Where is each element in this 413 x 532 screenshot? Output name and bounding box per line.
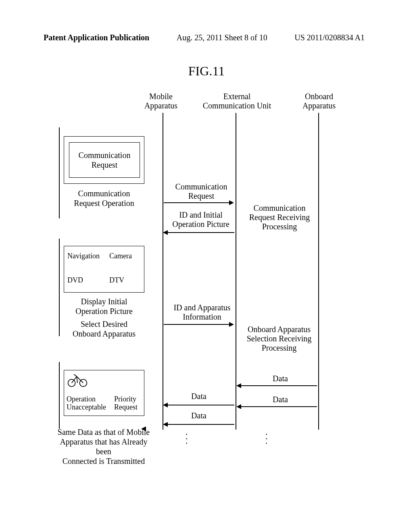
- header-left: Patent Application Publication: [44, 33, 149, 42]
- screen-3: OperationUnacceptable PriorityRequest: [64, 370, 144, 416]
- lifeline-external: [236, 113, 236, 430]
- screen-2-item-2: DVD: [67, 276, 83, 285]
- msg-data-4: Data: [173, 411, 225, 420]
- page-header: Patent Application Publication Aug. 25, …: [44, 33, 365, 42]
- arrow-comm-request: [164, 202, 233, 203]
- lifeline-onboard: [318, 113, 319, 430]
- screen-2-caption-1: Display InitialOperation Picture: [64, 297, 144, 316]
- figure-title: FIG.11: [0, 64, 413, 79]
- label-sel-recv: Onboard ApparatusSelection ReceivingProc…: [239, 325, 319, 353]
- op-unacceptable: OperationUnacceptable: [67, 395, 106, 411]
- msg-comm-request: CommunicationRequest: [169, 182, 233, 201]
- svg-point-0: [68, 379, 75, 387]
- vdots-1: ···: [186, 432, 188, 445]
- bracket-3: [59, 362, 60, 429]
- screen-2-caption-2: Select DesiredOnboard Apparatus: [64, 319, 144, 339]
- screen-1: CommunicationRequest: [64, 136, 144, 184]
- msg-id-initial: ID and InitialOperation Picture: [167, 210, 235, 229]
- arrow-data-4: [164, 424, 234, 425]
- msg-id-appinfo: ID and ApparatusInformation: [168, 303, 236, 322]
- screen-1-caption: CommunicationRequest Operation: [64, 189, 144, 208]
- bicycle-icon: [67, 373, 88, 387]
- arrow-data-1: [237, 385, 317, 386]
- lane-label-external: ExternalCommunication Unit: [196, 92, 278, 110]
- msg-data-3: Data: [173, 392, 225, 401]
- lifeline-mobile: [163, 113, 163, 430]
- bracket-2: [59, 239, 60, 336]
- header-right: US 2011/0208834 A1: [294, 33, 365, 42]
- screen-3-caption: Same Data as that of MobileApparatus tha…: [52, 427, 156, 466]
- vdots-2: ···: [265, 432, 268, 445]
- screen-1-inner: CommunicationRequest: [69, 142, 140, 178]
- arrow-id-initial: [164, 232, 234, 233]
- arrow-data-2: [237, 406, 317, 407]
- header-mid: Aug. 25, 2011 Sheet 8 of 10: [177, 33, 267, 42]
- msg-data-2: Data: [250, 395, 311, 404]
- arrow-id-appinfo: [164, 324, 233, 325]
- label-comm-recv: CommunicationRequest ReceivingProcessing: [241, 204, 318, 231]
- msg-data-1: Data: [250, 374, 311, 383]
- lane-label-mobile: MobileApparatus: [139, 92, 183, 110]
- bracket-1: [59, 127, 60, 218]
- lane-label-onboard: OnboardApparatus: [297, 92, 341, 110]
- screen-2-item-1: Camera: [109, 252, 132, 260]
- priority-request: PriorityRequest: [114, 395, 138, 411]
- screen-2-item-0: Navigation: [67, 252, 100, 260]
- screen-2-item-3: DTV: [109, 276, 124, 285]
- arrow-data-3: [164, 405, 234, 405]
- screen-2: Navigation Camera DVD DTV: [64, 246, 144, 293]
